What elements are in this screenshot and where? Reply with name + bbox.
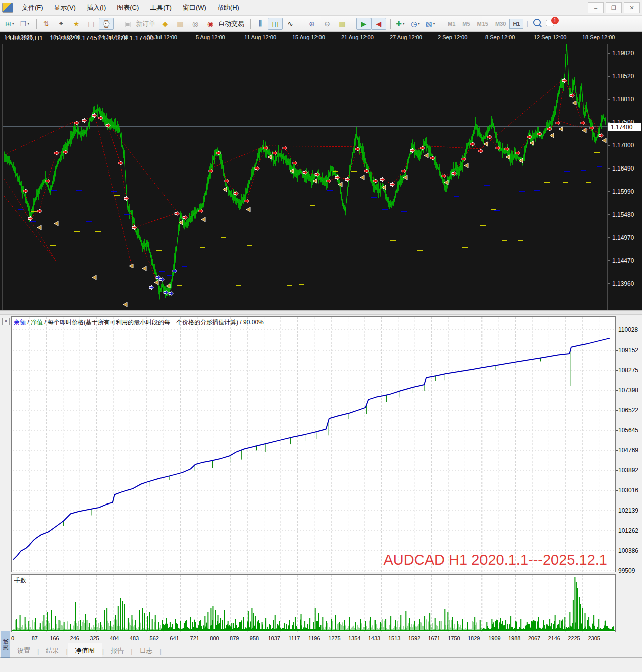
trade-axis-label: 483 [130, 635, 139, 641]
autotrading-label[interactable]: 自动交易 [218, 19, 244, 28]
timeframe-m5[interactable]: M5 [459, 19, 473, 29]
autotrading-icon[interactable]: ◉ [203, 18, 218, 30]
equity-axis-label: 102139 [618, 507, 638, 514]
menu-tools[interactable]: 工具(T) [144, 1, 177, 14]
new-chart-icon[interactable]: ⊞▾ [2, 18, 17, 30]
periods-icon[interactable]: ◷▾ [408, 18, 423, 30]
data-window-icon[interactable]: ⌖ [54, 18, 69, 30]
trade-axis-label: 1196 [308, 635, 320, 641]
tab-结果[interactable]: 结果 [39, 644, 66, 657]
panel-splitter[interactable] [0, 310, 642, 315]
timeframe-m1[interactable]: M1 [444, 19, 459, 29]
trade-axis-label: 325 [90, 635, 99, 641]
trade-axis-label: 1117 [289, 635, 300, 641]
menu-insert[interactable]: 插入(I) [81, 1, 111, 14]
trade-axis-label: 1592 [408, 635, 420, 641]
tab-日志[interactable]: 日志 [133, 644, 160, 657]
menu-charts[interactable]: 图表(C) [111, 1, 144, 14]
profiles-icon[interactable]: ❐▾ [17, 18, 32, 30]
tester-icon[interactable]: ⌚ [99, 18, 114, 30]
menu-file[interactable]: 文件(F) [16, 1, 49, 14]
mt4-window: 文件(F) 显示(V) 插入(I) 图表(C) 工具(T) 窗口(W) 帮助(H… [0, 0, 642, 672]
chart-shift-icon[interactable]: ◀ [371, 18, 386, 30]
autoscroll-icon[interactable]: ▶ [356, 18, 371, 30]
trade-axis-label: 1275 [328, 635, 340, 641]
tab-净值图[interactable]: 净值图 [68, 643, 102, 657]
notification-badge: 1 [551, 16, 559, 25]
price-axis-label: 1.16490 [612, 165, 634, 172]
time-axis-label: 18 Sep 12:00 [582, 34, 615, 40]
bar-chart-icon[interactable]: ⫼ [253, 18, 268, 30]
line-chart-icon[interactable]: ∿ [283, 18, 298, 30]
current-price-label: 1.17400 [611, 124, 633, 131]
price-axis-label: 1.18010 [612, 96, 634, 103]
menu-window[interactable]: 窗口(W) [177, 1, 212, 14]
toolbar-separator [247, 19, 251, 29]
lots-label: 手数 [14, 576, 26, 585]
menu-help[interactable]: 帮助(H) [212, 1, 245, 14]
search-icon[interactable] [533, 19, 541, 26]
print-icon[interactable]: ▥ [173, 18, 188, 30]
timeframe-m30[interactable]: M30 [492, 19, 509, 29]
timeframe-h1[interactable]: H1 [509, 19, 523, 29]
toolbar-separator [387, 19, 391, 29]
app-logo-icon [2, 3, 13, 13]
equity-chart-legend: 余额 / 净值 / 每个即时价格(基于所有可利用的最小时段的每一个价格的分形插值… [14, 318, 264, 327]
price-axis-label: 1.14970 [612, 234, 634, 241]
new-order-icon[interactable]: ▣ [120, 18, 135, 30]
menu-view[interactable]: 显示(V) [49, 1, 81, 14]
trade-axis-label: 2146 [548, 635, 560, 641]
zoom-out-icon[interactable]: ⊖ [319, 18, 335, 30]
tester-side-tab[interactable]: 测试 [1, 631, 10, 658]
tester-close-button[interactable]: × [2, 318, 10, 325]
chart-symbol: EURUSD,H1 [5, 34, 43, 42]
trade-axis-label: 800 [210, 635, 219, 641]
equity-axis-label: 101262 [618, 527, 638, 534]
menu-bar: 文件(F) 显示(V) 插入(I) 图表(C) 工具(T) 窗口(W) 帮助(H… [0, 0, 642, 16]
tester-panel: × 余额 / 净值 / 每个即时价格(基于所有可利用的最小时段的每一个价格的分形… [0, 315, 642, 658]
equity-legend-label: 净值 [31, 319, 43, 326]
tester-tabs: 设置|结果|净值图|报告|日志| [10, 644, 162, 657]
time-axis-label: 2 Sep 12:00 [438, 34, 467, 40]
trade-axis-label: 1829 [468, 635, 480, 641]
model-description: 每个即时价格(基于所有可利用的最小时段的每一个价格的分形插值计算) [48, 319, 238, 326]
time-axis-label: 11 Aug 12:00 [244, 34, 276, 40]
market-watch-icon[interactable]: ⇅ [39, 18, 54, 30]
trade-axis-label: 1433 [368, 635, 380, 641]
equity-axis-label: 106522 [618, 407, 638, 414]
price-axis-label: 1.15480 [612, 211, 634, 218]
indicators-icon[interactable]: ✚▾ [393, 18, 408, 30]
trade-axis-label: 1750 [448, 635, 460, 641]
close-button[interactable]: ✕ [624, 2, 640, 13]
price-chart[interactable]: 1.190201.185201.180101.175001.170001.164… [0, 32, 642, 310]
metaeditor-icon[interactable]: ◆ [157, 18, 173, 30]
tab-报告[interactable]: 报告 [104, 644, 131, 657]
toolbar-separator [114, 19, 118, 29]
templates-icon[interactable]: ▧▾ [423, 18, 438, 30]
chart-title: EURUSD,H11.17392 1.17451 1.17379 1.17400 [5, 34, 154, 42]
equity-axis-label: 100386 [618, 547, 638, 554]
restore-button[interactable]: ❐ [606, 2, 622, 13]
time-axis-label: 15 Aug 12:00 [292, 34, 325, 40]
trade-axis-label: 1671 [428, 635, 440, 641]
backtest-annotation: AUDCAD H1 2020.1.1---2025.12.1 [383, 552, 607, 568]
tab-设置[interactable]: 设置 [10, 644, 37, 657]
minimize-button[interactable]: – [588, 2, 604, 13]
trade-axis-label: 87 [32, 635, 38, 641]
time-axis-label: 21 Aug 12:00 [341, 34, 374, 40]
new-order-label[interactable]: 新订单 [136, 19, 155, 28]
terminal-icon[interactable]: ▤ [84, 18, 99, 30]
toolbar: ⊞▾❐▾⇅⌖★▤⌚▣新订单◆▥◎◉自动交易⫼◫∿⊕⊖▦▶◀✚▾◷▾▧▾M1M5M… [0, 16, 642, 32]
zoom-in-icon[interactable]: ⊕ [304, 18, 319, 30]
candlestick-icon[interactable]: ◫ [268, 18, 283, 30]
trade-axis-label: 1988 [508, 635, 520, 641]
navigator-icon[interactable]: ★ [69, 18, 84, 30]
balance-legend-label: 余额 [14, 319, 26, 326]
trade-axis-label: 879 [230, 635, 239, 641]
equity-axis-label: 104769 [618, 447, 638, 454]
notifications-icon[interactable]: 1 [546, 20, 554, 28]
target-icon[interactable]: ◎ [188, 18, 203, 30]
time-axis-label: 12 Sep 12:00 [534, 34, 566, 40]
tile-windows-icon[interactable]: ▦ [335, 18, 350, 30]
timeframe-m15[interactable]: M15 [474, 19, 492, 29]
